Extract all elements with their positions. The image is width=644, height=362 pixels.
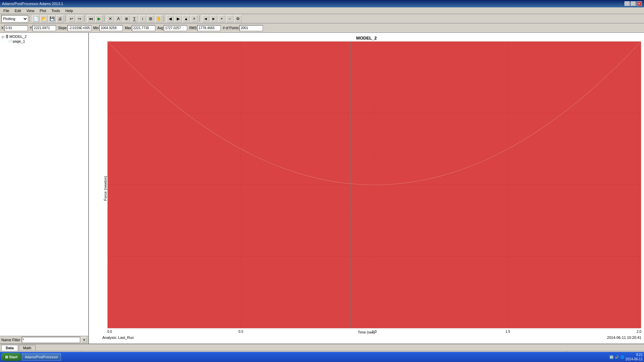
sep5 (164, 16, 165, 22)
nav-left[interactable]: ◀ (166, 15, 174, 22)
taskbar: ⊞ Start Adams/PostProcessor 🔤 🔊 🌐 9:21 2… (0, 352, 644, 362)
slope-label: Slope (58, 26, 67, 30)
nav-right[interactable]: ▶ (174, 15, 182, 22)
stat-max: Max 2221.7735 (125, 25, 155, 31)
toolbar1: Plotting 📄 📂 💾 🖨 ↩ ↪ ⏮ ▶ ✕ A ⊕ ∑ ↕ ⊞ ✋ ◀… (0, 14, 644, 23)
nav-down[interactable]: × (191, 15, 198, 22)
tree-db-icon: 🗄 (5, 35, 9, 39)
min-label: Min (93, 26, 99, 30)
chart-area: 2500.0 2000.0 1500.0 1000.0 (107, 41, 641, 328)
clock-time: 9:21 (626, 353, 643, 357)
rms-value: 1778.4665 (197, 25, 221, 31)
x-tick-0: 0.0 (107, 330, 112, 334)
rms-label: RMS (189, 26, 197, 30)
math-btn[interactable]: ∑ (131, 15, 138, 22)
open-btn[interactable]: 📂 (40, 15, 48, 22)
tree-model2-label: MODEL_2 (9, 35, 26, 39)
y-value: 2221.6971 (33, 25, 56, 31)
x-value: 0.91 (4, 25, 28, 31)
stat-y: Y 2221.6971 (30, 25, 56, 31)
slope-value: -2.0159E+005 (67, 25, 91, 31)
plot-title: MODEL_2 (356, 36, 377, 41)
page-add[interactable]: + (218, 15, 225, 22)
start-button[interactable]: ⊞ Start (1, 353, 21, 361)
cursor-btn[interactable]: ✕ (107, 15, 114, 22)
x-axis-label: Time (sec) (358, 330, 375, 334)
sep1 (30, 16, 31, 22)
nav-up[interactable]: ▲ (182, 15, 190, 22)
app-title: Adams/PostProcessor Adams 2013.1 (2, 2, 63, 6)
print-btn[interactable]: 🖨 (56, 15, 64, 22)
pts-value: 2001 (239, 25, 263, 31)
menu-help[interactable]: Help (63, 8, 75, 13)
tree-expand-icon: ▷ (2, 35, 5, 39)
taskbar-app-item[interactable]: Adams/PostProcessor (22, 353, 61, 361)
avg-label: Avg (157, 26, 163, 30)
stat-avg: Avg 1727.0257 (157, 25, 187, 31)
menubar: File Edit View Plot Tools Help (0, 7, 644, 14)
tree-page1-label: page_1 (13, 39, 25, 43)
tree-area: ▷ 🗄 MODEL_2 📄 page_1 (0, 33, 88, 336)
sep2 (65, 16, 66, 22)
taskbar-icon-1: 🔤 (609, 355, 613, 359)
y-label: Y (30, 26, 32, 30)
sep6 (199, 16, 201, 22)
x-label: X (1, 26, 4, 30)
taskbar-icons: 🔤 🔊 🌐 9:21 2014-06-11 (609, 353, 643, 361)
chart-svg (108, 42, 641, 328)
min-value: 1004.9258 (99, 25, 123, 31)
menu-view[interactable]: View (24, 8, 37, 13)
stat-slope: Slope -2.0159E+005 (58, 25, 91, 31)
menu-tools[interactable]: Tools (49, 8, 62, 13)
x-tick-2: 2.0 (637, 330, 641, 334)
taskbar-icon-2: 🔊 (615, 355, 619, 359)
menu-file[interactable]: File (1, 8, 11, 13)
tabs-bar: Data Math (0, 344, 644, 351)
page-del[interactable]: − (226, 15, 233, 22)
page-next[interactable]: ► (210, 15, 217, 22)
titlebar-controls: ─ □ ✕ (625, 1, 642, 6)
tree-page1[interactable]: 📄 page_1 (1, 39, 87, 44)
mode-dropdown[interactable]: Plotting (1, 15, 28, 22)
settings-btn[interactable]: ⚙ (234, 15, 241, 22)
tab-data[interactable]: Data (1, 345, 18, 351)
stat-rms: RMS 1778.4665 (189, 25, 221, 31)
tree-model2[interactable]: ▷ 🗄 MODEL_2 (1, 34, 87, 39)
close-button[interactable]: ✕ (637, 1, 642, 6)
menu-edit[interactable]: Edit (13, 8, 23, 13)
play-btn[interactable]: ▶ (95, 15, 103, 22)
titlebar: Adams/PostProcessor Adams 2013.1 ─ □ ✕ (0, 0, 644, 7)
menu-plot[interactable]: Plot (38, 8, 48, 13)
name-filter-bar: Name Filter ▼ (0, 336, 88, 344)
grid-btn[interactable]: ⊞ (147, 15, 154, 22)
maximize-button[interactable]: □ (631, 1, 636, 6)
sep3 (85, 16, 86, 22)
pan-btn[interactable]: ✋ (155, 15, 162, 22)
clock-date: 2014-06-11 (626, 357, 643, 361)
filter-dropdown-btn[interactable]: ▼ (82, 337, 87, 343)
tab-math[interactable]: Math (19, 345, 36, 351)
redo-btn[interactable]: ↪ (76, 15, 83, 22)
pts-label: # of Points (223, 26, 238, 30)
stat-min: Min 1004.9258 (93, 25, 123, 31)
left-panel: ▷ 🗄 MODEL_2 📄 page_1 Name Filter ▼ (0, 33, 89, 344)
x-tick-05: 0.5 (238, 330, 243, 334)
minimize-button[interactable]: ─ (625, 1, 630, 6)
zoom-btn[interactable]: ↕ (139, 15, 146, 22)
plot-area[interactable]: MODEL_2 MARKER_52_MEA_1 Force (newton) (89, 33, 644, 344)
taskbar-icon-3: 🌐 (620, 355, 624, 359)
back-btn[interactable]: ⏮ (87, 15, 95, 22)
undo-btn[interactable]: ↩ (68, 15, 75, 22)
name-filter-input[interactable] (22, 337, 80, 343)
taskbar-clock: 9:21 2014-06-11 (626, 353, 643, 361)
new-btn[interactable]: 📄 (32, 15, 40, 22)
main-layout: ▷ 🗄 MODEL_2 📄 page_1 Name Filter ▼ MODEL… (0, 33, 644, 344)
datetime-label: 2014-06-11 10:20:41 (607, 336, 641, 340)
max-label: Max (125, 26, 131, 30)
page-prev[interactable]: ◄ (202, 15, 209, 22)
save-btn[interactable]: 💾 (48, 15, 56, 22)
measure-btn[interactable]: ⊕ (123, 15, 130, 22)
text-btn[interactable]: A (115, 15, 122, 22)
analysis-label: Analysis: Last_Run (102, 336, 134, 340)
avg-value: 1727.0257 (164, 25, 187, 31)
